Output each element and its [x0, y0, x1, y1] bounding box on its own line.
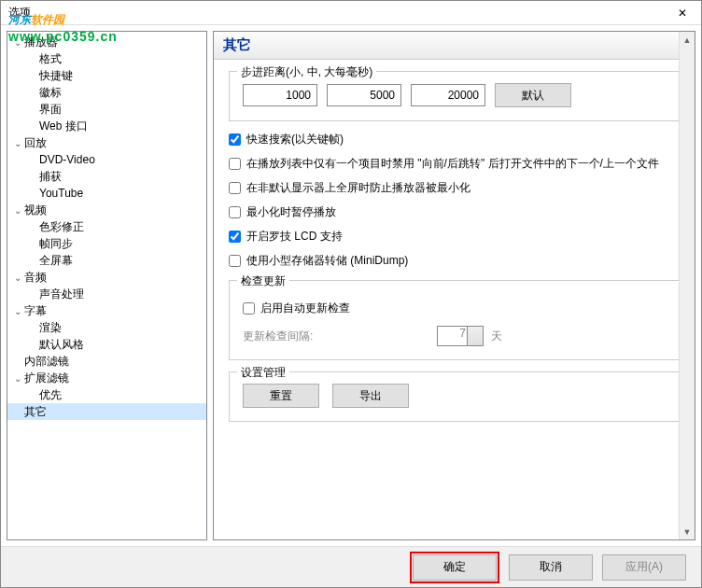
tree-item-label: 字幕	[24, 303, 47, 319]
jump-distance-group: 步进距离(小, 中, 大每毫秒) 默认	[229, 71, 680, 121]
close-button[interactable]: ✕	[664, 1, 701, 25]
jump-default-button[interactable]: 默认	[495, 83, 571, 107]
scroll-up-icon[interactable]: ▲	[680, 32, 695, 48]
tree-item[interactable]: 默认风格	[7, 336, 206, 353]
window-title: 选项	[8, 5, 31, 21]
disable-next-label[interactable]: 在播放列表中仅有一个项目时禁用 "向前/后跳转" 后打开文件中的下一个/上一个文…	[246, 155, 680, 172]
jump-legend: 步进距离(小, 中, 大每毫秒)	[237, 64, 376, 80]
tree-item-label: 扩展滤镜	[24, 371, 69, 386]
tree-item[interactable]: ⌄视频	[7, 202, 206, 218]
apply-button[interactable]: 应用(A)	[602, 554, 686, 581]
page-header: 其它	[214, 32, 695, 60]
tree-item[interactable]: 内部滤镜	[7, 353, 206, 370]
tree-item-label: 其它	[24, 404, 47, 420]
interval-spinner[interactable]: 7	[437, 326, 484, 346]
tree-item-label: 声音处理	[39, 287, 84, 302]
scroll-down-icon[interactable]: ▼	[680, 524, 695, 539]
fast-seek-label[interactable]: 快速搜索(以关键帧)	[246, 131, 680, 147]
tree-item[interactable]: Web 接口	[7, 118, 206, 134]
pause-min-label[interactable]: 最小化时暂停播放	[246, 203, 680, 220]
fast-seek-checkbox[interactable]	[229, 133, 241, 146]
tree-item-label: 捕获	[39, 169, 62, 185]
minidump-label[interactable]: 使用小型存储器转储 (MiniDump)	[246, 252, 680, 269]
tree-item-label: 全屏幕	[39, 253, 73, 269]
main-panel: 其它 步进距离(小, 中, 大每毫秒) 默认 快速搜索(以关键帧) 在播放列表中…	[213, 31, 695, 540]
export-button[interactable]: 导出	[332, 384, 409, 408]
tree-item-label: Web 接口	[39, 119, 88, 134]
tree-item[interactable]: DVD-Video	[7, 151, 206, 168]
tree-item-label: 界面	[39, 102, 62, 118]
reset-button[interactable]: 重置	[243, 384, 319, 408]
tree-item[interactable]: 捕获	[7, 168, 206, 185]
tree-item[interactable]: YouTube	[7, 185, 206, 202]
tree-item[interactable]: 格式	[7, 50, 206, 67]
tree-item[interactable]: 徽标	[7, 84, 206, 101]
tree-item-label: 视频	[24, 203, 47, 218]
tree-item-label: DVD-Video	[39, 153, 95, 166]
page-title: 其它	[223, 36, 685, 54]
jump-medium-input[interactable]	[327, 84, 401, 106]
chevron-down-icon: ⌄	[11, 138, 24, 148]
tree-item[interactable]: ⌄播放器	[7, 34, 206, 50]
tree-item-label: 音频	[24, 270, 47, 286]
logitech-label[interactable]: 开启罗技 LCD 支持	[246, 228, 680, 245]
tree-item-label: 渲染	[39, 320, 62, 336]
tree-item[interactable]: ⌄字幕	[7, 302, 206, 319]
tree-item-label: 帧同步	[39, 236, 73, 252]
tree-item-label: 内部滤镜	[24, 354, 69, 370]
tree-item-label: 格式	[39, 51, 62, 67]
enable-updates-checkbox[interactable]	[243, 302, 255, 315]
chevron-down-icon: ⌄	[11, 205, 24, 216]
tree-item-label: 回放	[24, 135, 47, 151]
tree-item-label: 快捷键	[39, 68, 73, 84]
interval-label: 更新检查间隔:	[243, 329, 429, 344]
prevent-min-checkbox[interactable]	[229, 182, 241, 194]
tree-item[interactable]: 色彩修正	[7, 218, 206, 235]
tree-item-label: 优先	[39, 387, 62, 403]
settings-mgr-group: 设置管理 重置 导出	[229, 371, 680, 422]
content-area: ⌄播放器格式快捷键徽标界面Web 接口⌄回放DVD-Video捕获YouTube…	[1, 25, 701, 546]
close-icon: ✕	[678, 7, 687, 20]
updates-group: 检查更新 启用自动更新检查 更新检查间隔: 7 天	[229, 280, 680, 360]
enable-updates-label[interactable]: 启用自动更新检查	[260, 300, 666, 316]
cancel-button[interactable]: 取消	[509, 554, 593, 581]
tree-item[interactable]: 全屏幕	[7, 252, 206, 269]
minidump-checkbox[interactable]	[229, 255, 241, 267]
titlebar: 选项 ✕	[1, 1, 701, 25]
tree-item-label: 色彩修正	[39, 219, 84, 235]
chevron-down-icon: ⌄	[11, 306, 24, 316]
pause-min-checkbox[interactable]	[229, 206, 241, 218]
chevron-down-icon: ⌄	[11, 273, 24, 283]
logitech-checkbox[interactable]	[229, 231, 241, 243]
tree-item-label: YouTube	[39, 187, 83, 200]
tree-item[interactable]: 界面	[7, 101, 206, 118]
category-tree[interactable]: ⌄播放器格式快捷键徽标界面Web 接口⌄回放DVD-Video捕获YouTube…	[7, 31, 207, 540]
dialog-footer: 确定 取消 应用(A)	[1, 546, 701, 587]
days-label: 天	[491, 329, 502, 344]
tree-item-label: 播放器	[24, 35, 58, 50]
tree-item[interactable]: 渲染	[7, 319, 206, 336]
tree-item[interactable]: 声音处理	[7, 286, 206, 302]
chevron-down-icon: ⌄	[11, 37, 24, 48]
tree-item[interactable]: ⌄回放	[7, 134, 206, 151]
prevent-min-label[interactable]: 在非默认显示器上全屏时防止播放器被最小化	[246, 179, 680, 196]
jump-large-input[interactable]	[411, 84, 485, 106]
tree-item[interactable]: ⌄音频	[7, 269, 206, 286]
chevron-down-icon: ⌄	[11, 373, 24, 384]
settings-mgr-legend: 设置管理	[237, 365, 289, 381]
ok-button[interactable]: 确定	[413, 554, 497, 581]
disable-next-checkbox[interactable]	[229, 158, 241, 170]
tree-item-label: 徽标	[39, 85, 62, 101]
tree-item[interactable]: 帧同步	[7, 235, 206, 252]
jump-small-input[interactable]	[243, 84, 317, 106]
tree-item-label: 默认风格	[39, 337, 84, 353]
tree-item[interactable]: 其它	[7, 403, 206, 420]
tree-item[interactable]: 快捷键	[7, 67, 206, 84]
updates-legend: 检查更新	[237, 273, 289, 289]
vertical-scrollbar[interactable]: ▲ ▼	[679, 32, 695, 539]
tree-item[interactable]: 优先	[7, 386, 206, 403]
tree-item[interactable]: ⌄扩展滤镜	[7, 370, 206, 386]
